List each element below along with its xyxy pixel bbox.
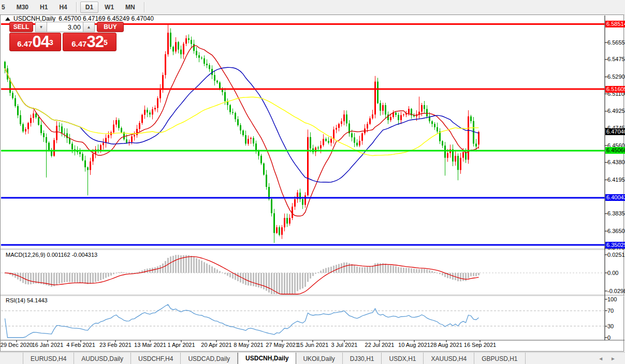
volume-input[interactable] <box>47 22 83 32</box>
price-tick-label: 6.52900 <box>607 74 625 80</box>
rsi-tick-label: 70 <box>607 308 614 314</box>
macd-tick-label: 0.025108 <box>607 252 625 258</box>
price-tick-label: 6.49250 <box>607 108 625 114</box>
timeframe-button-w1[interactable]: W1 <box>99 2 119 13</box>
ohlc-values: 6.45700 6.47169 6.45249 6.47040 <box>59 15 154 22</box>
timeframe-button-h1[interactable]: H1 <box>35 2 53 13</box>
chart-canvas[interactable] <box>0 14 625 352</box>
date-tick-label: 16 Jan 2021 <box>32 342 64 348</box>
timeframe-button-h4[interactable]: H4 <box>54 2 72 13</box>
moving-average-12 <box>5 46 479 216</box>
symbol-tab-xauusd[interactable]: XAUUSD,H4 <box>424 353 474 364</box>
macd-indicator-label: MACD(12,26,9) 0.001162 -0.004313 <box>6 252 97 258</box>
symbol-tab-bar: EURUSD,H4AUDUSD,DailyUSDCHF,H4USDCAD,Dai… <box>0 352 625 364</box>
sell-price-panel[interactable]: 6.47043 <box>9 33 61 51</box>
macd-histogram <box>4 255 479 294</box>
tab-scroll-left-icon[interactable]: ◄ <box>598 356 603 361</box>
date-tick-label: 10 Aug 2021 <box>398 342 430 348</box>
price-tick-label: 6.56550 <box>607 39 625 46</box>
timeframe-button-m30[interactable]: M30 <box>11 2 34 13</box>
date-tick-label: 22 Jul 2021 <box>365 342 395 348</box>
date-tick-label: 8 May 2021 <box>234 342 263 348</box>
tab-scroll-right-icon[interactable]: ► <box>611 356 616 361</box>
symbol-tab-usdcad[interactable]: USDCAD,Daily <box>181 353 238 364</box>
date-tick-label: 13 Mar 2021 <box>134 342 166 348</box>
bid-price-pip: 3 <box>49 35 53 50</box>
ask-price-pip: 5 <box>104 35 108 50</box>
symbol-tab-gbpusd[interactable]: GBPUSD,H1 <box>474 353 525 364</box>
date-tick-label: 4 Feb 2021 <box>66 342 95 348</box>
rsi-tick-label: 30 <box>607 323 614 329</box>
price-tick-label: 6.54750 <box>607 56 625 62</box>
buy-price-panel[interactable]: 6.47325 <box>63 33 117 51</box>
tab-scroll-arrows: ◄► <box>598 353 625 364</box>
date-tick-label: 20 Apr 2021 <box>201 342 231 348</box>
current-price-badge: 6.47040 <box>605 128 625 135</box>
toolbar-separator <box>144 2 144 12</box>
timeframe-toolbar: 5M30H1H4D1W1MN <box>0 0 625 15</box>
macd-tick-label: -0.029888 <box>607 288 625 294</box>
chart-title: USDCNH,Daily 6.45700 6.47169 6.45249 6.4… <box>5 15 154 22</box>
volume-decrease-button[interactable]: ▼ <box>35 22 47 32</box>
price-tick-label: 6.41950 <box>607 177 625 183</box>
macd-signal-line <box>5 257 479 294</box>
timeframe-button-5[interactable]: 5 <box>0 2 10 13</box>
symbol-tab-ukoil[interactable]: UKOil,Daily <box>296 353 342 364</box>
price-level-badge: 6.35025 <box>605 242 625 249</box>
rsi-tick-label: 0 <box>607 334 611 341</box>
date-tick-label: 15 Jun 2021 <box>297 342 329 348</box>
macd-tick-label: 0.00 <box>607 270 618 276</box>
date-tick-label: 27 May 2021 <box>266 342 299 348</box>
timeframe-button-mn[interactable]: MN <box>120 2 140 13</box>
price-tick-label: 6.38350 <box>607 210 625 216</box>
moving-average-58 <box>5 68 479 156</box>
toolbar-separator <box>76 2 77 12</box>
price-level-badge: 6.40042 <box>605 194 625 201</box>
bid-price-main: 04 <box>32 33 49 51</box>
bid-price-prefix: 6.47 <box>17 37 32 51</box>
date-tick-label: 29 Dec 2020 <box>1 342 33 348</box>
sell-button[interactable]: SELL <box>9 22 33 32</box>
date-tick-label: 16 Sep 2021 <box>464 342 496 348</box>
rsi-line <box>5 304 479 338</box>
symbol-tab-eurusd[interactable]: EURUSD,H4 <box>23 353 74 364</box>
price-tick-label: 6.43800 <box>607 159 625 165</box>
price-tick-label: 6.36500 <box>607 228 625 234</box>
price-level-badge: 6.45060 <box>605 147 625 154</box>
tab-bar-spacer <box>0 353 23 364</box>
symbol-tab-usdchf[interactable]: USDCHF,H4 <box>131 353 181 364</box>
symbol-tab-usdx[interactable]: USDX,H1 <box>382 353 424 364</box>
buy-button[interactable]: BUY <box>97 22 124 32</box>
rsi-indicator-label: RSI(14) 54.1443 <box>6 297 48 303</box>
date-tick-label: 3 Jul 2021 <box>331 342 358 348</box>
symbol-period-label: USDCNH,Daily <box>13 15 55 22</box>
date-tick-label: 1 Apr 2021 <box>167 342 195 348</box>
candles-layer <box>4 24 479 243</box>
price-level-badge: 6.51605 <box>605 86 625 93</box>
price-level-badge: 6.58514 <box>605 21 625 27</box>
symbol-tab-audusd[interactable]: AUDUSD,Daily <box>74 353 131 364</box>
volume-increase-button[interactable]: ▲ <box>83 22 95 32</box>
timeframe-button-d1[interactable]: D1 <box>80 2 98 13</box>
symbol-tab-usdcnh[interactable]: USDCNH,Daily <box>238 353 296 364</box>
date-tick-label: 23 Feb 2021 <box>99 342 132 348</box>
ask-price-prefix: 6.47 <box>71 37 86 51</box>
moving-average-30 <box>5 67 479 182</box>
collapse-panel-icon[interactable] <box>5 17 10 21</box>
symbol-tab-dj30[interactable]: DJ30,H1 <box>343 353 382 364</box>
one-click-trade-panel: SELL ▼ ▲ BUY 6.47043 6.47325 <box>9 22 124 51</box>
date-tick-label: 28 Aug 2021 <box>430 342 462 348</box>
ask-price-main: 32 <box>86 33 103 51</box>
rsi-tick-label: 100 <box>607 296 617 302</box>
trading-platform-window: 5M30H1H4D1W1MN USDCNH,Daily 6.45700 6.47… <box>0 0 625 364</box>
